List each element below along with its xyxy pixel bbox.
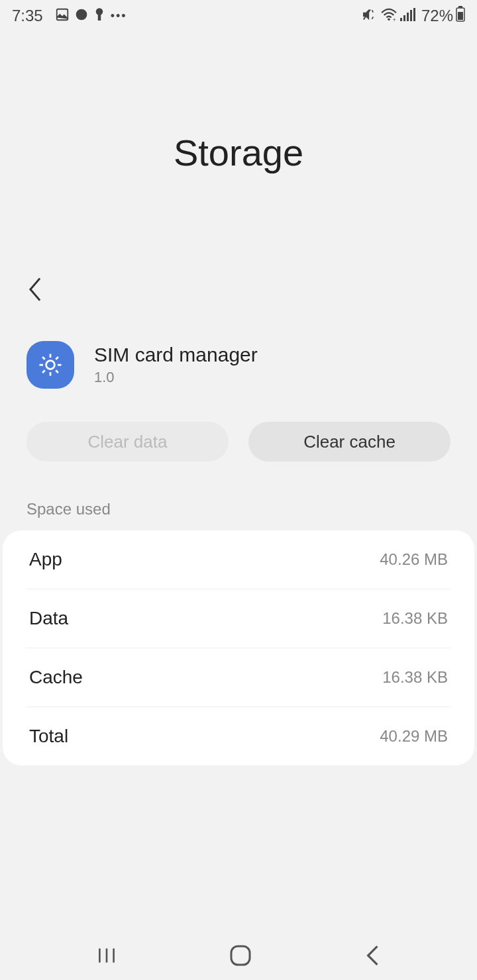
row-app: App 40.26 MB xyxy=(3,530,474,589)
svg-point-15 xyxy=(46,361,55,369)
row-total: Total 40.29 MB xyxy=(3,707,474,765)
svg-rect-19 xyxy=(231,946,250,965)
section-header-space-used: Space used xyxy=(0,488,477,530)
row-value: 40.29 MB xyxy=(380,727,448,746)
app-name: SIM card manager xyxy=(94,344,450,366)
clear-data-button: Clear data xyxy=(26,422,229,462)
row-cache: Cache 16.38 KB xyxy=(3,648,474,707)
svg-text:+: + xyxy=(392,17,396,21)
back-button[interactable] xyxy=(26,277,450,308)
row-data: Data 16.38 KB xyxy=(3,589,474,648)
status-right: + 72% xyxy=(362,6,465,26)
status-bar: 7:35 ••• + 72% xyxy=(0,0,477,32)
svg-rect-7 xyxy=(400,18,402,21)
nav-back-icon[interactable] xyxy=(363,944,382,969)
nav-recents-icon[interactable] xyxy=(95,944,118,969)
battery-icon xyxy=(456,6,465,26)
row-value: 16.38 KB xyxy=(382,609,448,628)
row-label: Data xyxy=(29,608,68,629)
wifi-icon: + xyxy=(380,7,398,25)
svg-point-1 xyxy=(76,9,87,20)
nav-home-icon[interactable] xyxy=(229,944,252,970)
row-label: Cache xyxy=(29,667,83,688)
mute-vibrate-icon xyxy=(362,7,378,25)
navigation-bar xyxy=(0,934,477,980)
app-version: 1.0 xyxy=(94,369,450,386)
battery-percent: 72% xyxy=(421,7,453,25)
clock: 7:35 xyxy=(12,7,43,25)
app-gear-icon xyxy=(26,341,74,389)
svg-rect-8 xyxy=(403,15,405,21)
space-used-card: App 40.26 MB Data 16.38 KB Cache 16.38 K… xyxy=(3,530,474,765)
row-value: 40.26 MB xyxy=(380,550,448,569)
svg-point-5 xyxy=(388,18,390,21)
clear-cache-button[interactable]: Clear cache xyxy=(248,422,450,462)
page-title: Storage xyxy=(0,32,477,273)
row-value: 16.38 KB xyxy=(382,668,448,687)
app-header: SIM card manager 1.0 xyxy=(0,328,477,409)
svg-rect-11 xyxy=(413,8,415,21)
row-label: App xyxy=(29,549,62,570)
more-icon: ••• xyxy=(111,9,127,23)
status-left: 7:35 ••• xyxy=(12,7,127,25)
svg-rect-14 xyxy=(458,12,463,20)
signal-icon xyxy=(400,7,416,25)
circle-icon xyxy=(75,8,88,24)
row-label: Total xyxy=(29,726,68,747)
svg-rect-10 xyxy=(410,10,412,21)
svg-rect-9 xyxy=(407,13,409,21)
image-icon xyxy=(55,7,70,25)
svg-rect-3 xyxy=(97,13,101,21)
keyhole-icon xyxy=(93,7,105,25)
